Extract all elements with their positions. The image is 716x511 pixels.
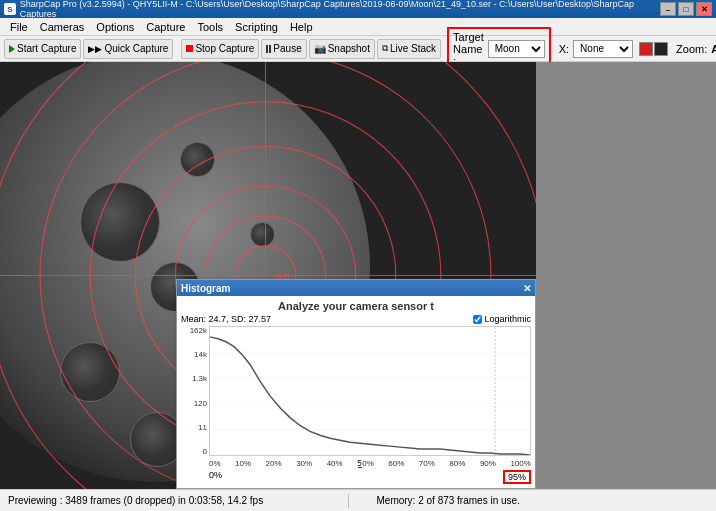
x-10: 10% <box>235 459 251 468</box>
histogram-window: Histogram ✕ Analyze your camera sensor t… <box>176 279 536 489</box>
camera-icon: 📷 <box>314 43 326 54</box>
quick-capture-label: Quick Capture <box>104 43 168 54</box>
histogram-analyze-text: Analyze your camera sensor t <box>181 300 531 312</box>
status-bar: Previewing : 3489 frames (0 dropped) in … <box>0 489 716 511</box>
target-name-select[interactable]: Moon Sun Jupiter <box>488 40 545 58</box>
x-80: 80% <box>449 459 465 468</box>
menu-file[interactable]: File <box>4 18 34 35</box>
y-label-3: 120 <box>181 399 207 408</box>
histogram-bottom-left: 0% <box>209 470 222 484</box>
zoom-section: Zoom: Auto <box>676 43 716 55</box>
stop-capture-label: Stop Capture <box>195 43 254 54</box>
crater-6 <box>250 222 275 247</box>
color-box-red[interactable] <box>639 42 653 56</box>
color-boxes <box>639 42 668 56</box>
menu-cameras[interactable]: Cameras <box>34 18 91 35</box>
menu-tools[interactable]: Tools <box>191 18 229 35</box>
x-100: 100% <box>510 459 530 468</box>
status-right: Memory: 2 of 873 frames in use. <box>357 495 709 506</box>
histogram-close-btn[interactable]: ✕ <box>523 283 531 294</box>
color-box-dark[interactable] <box>654 42 668 56</box>
histogram-bottom-right: 95% <box>503 470 531 484</box>
status-left: Previewing : 3489 frames (0 dropped) in … <box>8 495 340 506</box>
close-button[interactable]: ✕ <box>696 2 712 16</box>
menu-bar: File Cameras Options Capture Tools Scrip… <box>0 18 716 36</box>
camera-view[interactable]: 0.0 Histogram ✕ Analyze your camera sens… <box>0 62 536 489</box>
x-60: 60% <box>388 459 404 468</box>
maximize-button[interactable]: □ <box>678 2 694 16</box>
logarithmic-label: Logarithmic <box>484 314 531 324</box>
play-icon <box>9 45 15 53</box>
toolbar: Start Capture ▶▶ Quick Capture Stop Capt… <box>0 36 716 62</box>
x-section: X: None <box>559 40 633 58</box>
y-label-4: 11 <box>181 423 207 432</box>
zoom-value: Auto <box>711 43 716 55</box>
app-icon: S <box>4 3 16 15</box>
y-label-5: 0 <box>181 447 207 456</box>
menu-help[interactable]: Help <box>284 18 319 35</box>
histogram-log-checkbox[interactable]: Logarithmic <box>473 314 531 324</box>
x-0: 0% <box>209 459 221 468</box>
x-70: 70% <box>419 459 435 468</box>
stack-icon: ⧉ <box>382 43 388 54</box>
histogram-x-labels: 0% 10% 20% 30% 40% 5̲0% 60% 70% 80% 90% … <box>181 459 531 468</box>
crater-1 <box>80 182 160 262</box>
status-divider <box>348 494 349 508</box>
minimize-button[interactable]: – <box>660 2 676 16</box>
x-90: 90% <box>480 459 496 468</box>
stop-icon <box>186 45 193 52</box>
main-area: 0.0 Histogram ✕ Analyze your camera sens… <box>0 62 716 489</box>
start-capture-label: Start Capture <box>17 43 76 54</box>
menu-capture[interactable]: Capture <box>140 18 191 35</box>
pause-icon <box>266 45 271 53</box>
live-stack-label: Live Stack <box>390 43 436 54</box>
menu-scripting[interactable]: Scripting <box>229 18 284 35</box>
pause-button[interactable]: Pause <box>261 39 306 59</box>
start-capture-button[interactable]: Start Capture <box>4 39 81 59</box>
x-20: 20% <box>266 459 282 468</box>
y-label-0: 162k <box>181 326 207 335</box>
quick-capture-button[interactable]: ▶▶ Quick Capture <box>83 39 173 59</box>
x-label: X: <box>559 43 569 55</box>
live-stack-button[interactable]: ⧉ Live Stack <box>377 39 441 59</box>
x-40: 40% <box>327 459 343 468</box>
x-select[interactable]: None <box>573 40 633 58</box>
histogram-mean-sd: Mean: 24.7, SD: 27.57 <box>181 314 271 324</box>
menu-options[interactable]: Options <box>90 18 140 35</box>
pause-label: Pause <box>273 43 301 54</box>
y-label-2: 1.3k <box>181 374 207 383</box>
logarithmic-checkbox[interactable] <box>473 315 482 324</box>
histogram-chart-container: 162k 14k 1.3k 120 11 0 <box>181 326 531 458</box>
histogram-title-bar: Histogram ✕ <box>177 280 535 296</box>
histogram-svg <box>209 326 531 456</box>
histogram-bottom-row: 0% 95% <box>181 470 531 484</box>
histogram-content: Analyze your camera sensor t Mean: 24.7,… <box>177 296 535 488</box>
histogram-title: Histogram <box>181 283 230 294</box>
window-controls: – □ ✕ <box>660 2 712 16</box>
snapshot-label: Snapshot <box>328 43 370 54</box>
crater-3 <box>180 142 215 177</box>
stop-capture-button[interactable]: Stop Capture <box>181 39 259 59</box>
x-50: 5̲0% <box>357 459 374 468</box>
snapshot-button[interactable]: 📷 Snapshot <box>309 39 375 59</box>
quick-icon: ▶▶ <box>88 44 102 54</box>
right-panel <box>536 62 716 489</box>
window-title: SharpCap Pro (v3.2.5994) - QHY5LII-M - C… <box>20 0 660 19</box>
histogram-chart-wrapper: 162k 14k 1.3k 120 11 0 <box>209 326 531 458</box>
zoom-label: Zoom: <box>676 43 707 55</box>
histogram-stats-row: Mean: 24.7, SD: 27.57 Logarithmic <box>181 314 531 324</box>
crater-4 <box>60 342 120 402</box>
histogram-y-labels: 162k 14k 1.3k 120 11 0 <box>181 326 207 456</box>
title-bar: S SharpCap Pro (v3.2.5994) - QHY5LII-M -… <box>0 0 716 18</box>
y-label-1: 14k <box>181 350 207 359</box>
x-30: 30% <box>296 459 312 468</box>
